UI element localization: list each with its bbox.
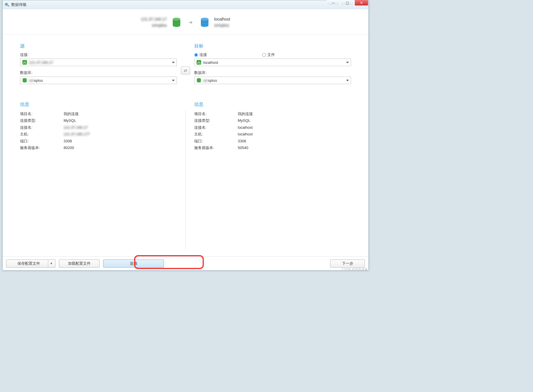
svg-point-10 (201, 24, 208, 27)
chevron-down-icon (172, 80, 175, 81)
source-database-combo[interactable]: smsplus (20, 77, 177, 84)
maximize-button[interactable]: ▢ (341, 0, 354, 6)
next-button[interactable]: 下一步 (330, 259, 365, 268)
target-database-combo[interactable]: smsplus (194, 77, 351, 84)
target-db-label: 数据库: (194, 70, 351, 75)
info-title: 信息 (194, 101, 351, 108)
target-info: 信息 项目名:我的连接 连接类型:MySQL 连接名:localhost 主机:… (194, 101, 351, 151)
content-area: 121.37.240.17 smsplus ➔ localhost smsplu… (3, 9, 368, 270)
chevron-down-icon (346, 80, 349, 81)
svg-point-21 (197, 81, 201, 83)
load-profile-button[interactable]: 加载配置文件 (59, 259, 100, 268)
titlebar[interactable]: 数据传输 ─ ▢ ✕ (3, 0, 368, 9)
mysql-icon (22, 60, 27, 65)
mysql-icon (196, 60, 201, 65)
arrow-right-icon: ➔ (188, 19, 193, 26)
source-info: 信息 项目名:我的连接 连接类型:MySQL 连接名:121.37.240.17… (20, 101, 177, 151)
summary-banner: 121.37.240.17 smsplus ➔ localhost smsplu… (3, 9, 368, 35)
target-column: 目标 连接 文件 localhost 数据库: smsplus (186, 43, 351, 253)
swap-button[interactable]: ⇄ (181, 66, 190, 75)
summary-source-text: 121.37.240.17 smsplus (141, 16, 167, 28)
target-radio-connection[interactable]: 连接 (194, 52, 207, 57)
source-db-label: 数据库: (20, 70, 177, 75)
chevron-down-icon (346, 62, 349, 63)
chevron-down-icon (172, 62, 175, 63)
vertical-separator (186, 110, 186, 251)
database-icon-green (172, 17, 181, 27)
summary-target-text: localhost smsplus (214, 16, 230, 28)
source-conn-label: 连接: (20, 52, 177, 57)
source-title: 源 (20, 43, 177, 49)
source-column: 源 连接: 121.37.240.17 数据库: smsplus 信息 项目名:… (20, 43, 186, 253)
footer: 保存配置文件 加载配置文件 选项 下一步 (3, 256, 368, 270)
database-icon (196, 78, 201, 83)
target-radio-file[interactable]: 文件 (262, 52, 275, 57)
minimize-button[interactable]: ─ (327, 0, 340, 6)
database-icon-blue (200, 17, 209, 27)
svg-point-4 (173, 24, 180, 27)
close-button[interactable]: ✕ (354, 0, 368, 6)
data-transfer-window: 数据传输 ─ ▢ ✕ 121.37.240.17 smsplus ➔ local… (2, 0, 369, 271)
svg-point-17 (23, 81, 27, 83)
watermark: CSDN @我是唐赢 (342, 267, 368, 272)
save-profile-button[interactable]: 保存配置文件 (6, 259, 55, 268)
window-title: 数据传输 (11, 2, 26, 7)
database-icon (22, 78, 27, 83)
target-connection-combo[interactable]: localhost (194, 59, 351, 66)
main-area: 源 连接: 121.37.240.17 数据库: smsplus 信息 项目名:… (3, 35, 368, 256)
svg-rect-14 (22, 60, 27, 65)
source-connection-combo[interactable]: 121.37.240.17 (20, 59, 177, 66)
app-icon (4, 2, 10, 7)
svg-rect-18 (197, 60, 201, 65)
options-button[interactable]: 选项 (103, 259, 164, 268)
info-title: 信息 (20, 101, 177, 108)
target-title: 目标 (194, 43, 351, 49)
svg-point-1 (8, 5, 9, 6)
